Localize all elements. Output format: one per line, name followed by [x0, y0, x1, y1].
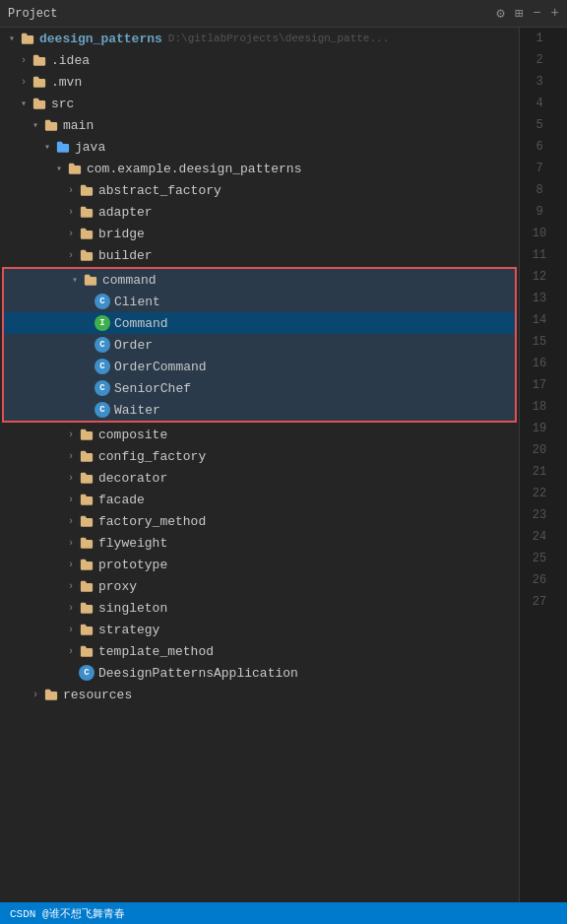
- bridge-label: bridge: [98, 227, 145, 241]
- arrow-singleton: [63, 600, 79, 616]
- file-tree: deesign_patterns D:\gitlabProjects\deesi…: [0, 28, 519, 902]
- mvn-label: .mvn: [51, 75, 82, 90]
- tree-item-resources[interactable]: resources: [0, 684, 519, 705]
- tree-item-java[interactable]: java: [0, 136, 519, 158]
- arrow-factory-method: [63, 513, 79, 529]
- line-7: 7: [520, 158, 567, 179]
- tree-item-factory-method[interactable]: factory_method: [0, 510, 519, 532]
- line-13: 13: [520, 288, 567, 309]
- line-14: 14: [520, 309, 567, 331]
- arrow-facade: [63, 492, 79, 507]
- line-2: 2: [520, 49, 567, 71]
- folder-icon-com: [67, 161, 83, 176]
- tree-item-composite[interactable]: composite: [0, 424, 519, 445]
- line-10: 10: [520, 223, 567, 244]
- seniorchef-label: SeniorChef: [114, 381, 191, 396]
- tree-item-abstract-factory[interactable]: abstract_factory: [0, 179, 519, 201]
- line-16: 16: [520, 353, 567, 374]
- class-icon-client: C: [94, 294, 110, 309]
- arrow-composite: [63, 427, 79, 442]
- tree-item-bridge[interactable]: bridge: [0, 223, 519, 244]
- arrow-decorator: [63, 470, 79, 486]
- folder-icon-command: [83, 272, 98, 288]
- arrow-builder: [63, 247, 79, 263]
- tree-root[interactable]: deesign_patterns D:\gitlabProjects\deesi…: [0, 28, 519, 49]
- tree-item-template-method[interactable]: template_method: [0, 640, 519, 662]
- tree-item-prototype[interactable]: prototype: [0, 554, 519, 575]
- folder-icon-config-factory: [79, 448, 94, 464]
- resources-label: resources: [63, 688, 132, 702]
- folder-icon-builder: [79, 247, 94, 263]
- folder-icon-factory-method: [79, 513, 94, 529]
- line-26: 26: [520, 569, 567, 591]
- tree-item-adapter[interactable]: adapter: [0, 201, 519, 223]
- folder-icon-root: [20, 31, 35, 46]
- line-19: 19: [520, 418, 567, 439]
- java-label: java: [75, 140, 105, 155]
- prototype-label: prototype: [98, 558, 167, 572]
- arrow-proxy: [63, 578, 79, 594]
- arrow-idea: [16, 52, 32, 68]
- folder-icon-adapter: [79, 204, 94, 220]
- line-21: 21: [520, 461, 567, 483]
- tree-item-order[interactable]: C Order: [4, 334, 515, 356]
- line-15: 15: [520, 331, 567, 353]
- tree-item-seniorchef[interactable]: C SeniorChef: [4, 377, 515, 399]
- line-12: 12: [520, 266, 567, 288]
- settings-icon[interactable]: ⚙: [496, 5, 504, 22]
- arrow-mvn: [16, 74, 32, 90]
- tree-item-singleton[interactable]: singleton: [0, 597, 519, 619]
- tree-item-strategy[interactable]: strategy: [0, 619, 519, 640]
- layout-icon[interactable]: ⊞: [515, 5, 523, 22]
- tree-item-client[interactable]: C Client: [4, 291, 515, 312]
- arrow-config-factory: [63, 448, 79, 464]
- tree-item-src[interactable]: src: [0, 93, 519, 114]
- maximize-icon[interactable]: +: [551, 5, 559, 22]
- tree-item-app[interactable]: C DeesignPatternsApplication: [0, 662, 519, 684]
- singleton-label: singleton: [98, 601, 167, 616]
- status-text: CSDN @谁不想飞舞青春: [10, 906, 125, 921]
- minimize-icon[interactable]: −: [533, 5, 540, 22]
- tree-item-config-factory[interactable]: config_factory: [0, 445, 519, 467]
- folder-icon-decorator: [79, 470, 94, 486]
- tree-item-command[interactable]: command: [4, 269, 515, 291]
- top-bar-icons: ⚙ ⊞ − +: [496, 5, 559, 22]
- idea-label: .idea: [51, 53, 90, 68]
- arrow-adapter: [63, 204, 79, 220]
- arrow-resources: [28, 687, 43, 702]
- line-5: 5: [520, 114, 567, 136]
- arrow-prototype: [63, 557, 79, 572]
- tree-item-waiter[interactable]: C Waiter: [4, 399, 515, 421]
- tree-item-main[interactable]: main: [0, 114, 519, 136]
- class-icon-order: C: [94, 337, 110, 353]
- tree-item-flyweight[interactable]: flyweight: [0, 532, 519, 554]
- line-6: 6: [520, 136, 567, 158]
- tree-item-facade[interactable]: facade: [0, 489, 519, 510]
- tree-item-com[interactable]: com.example.deesign_patterns: [0, 158, 519, 179]
- tree-item-command-class[interactable]: I Command: [4, 312, 515, 334]
- tree-item-mvn[interactable]: .mvn: [0, 71, 519, 93]
- folder-icon-abstract-factory: [79, 182, 94, 198]
- folder-icon-singleton: [79, 600, 94, 616]
- ordercommand-label: OrderCommand: [114, 360, 207, 374]
- status-bar: CSDN @谁不想飞舞青春: [0, 902, 567, 924]
- folder-icon-src: [32, 96, 47, 111]
- folder-icon-resources: [43, 687, 59, 702]
- tree-item-builder[interactable]: builder: [0, 244, 519, 266]
- config-factory-label: config_factory: [98, 449, 206, 464]
- tree-item-ordercommand[interactable]: C OrderCommand: [4, 356, 515, 377]
- line-24: 24: [520, 526, 567, 548]
- template-method-label: template_method: [98, 644, 214, 659]
- tree-item-proxy[interactable]: proxy: [0, 575, 519, 597]
- facade-label: facade: [98, 493, 145, 507]
- line-9: 9: [520, 201, 567, 223]
- client-label: Client: [114, 295, 160, 309]
- tree-item-idea[interactable]: .idea: [0, 49, 519, 71]
- command-class-label: Command: [114, 316, 168, 331]
- arrow-template-method: [63, 643, 79, 659]
- class-icon-app: C: [79, 665, 94, 681]
- tree-item-decorator[interactable]: decorator: [0, 467, 519, 489]
- arrow-abstract-factory: [63, 182, 79, 198]
- main-label: main: [63, 118, 94, 133]
- flyweight-label: flyweight: [98, 536, 167, 551]
